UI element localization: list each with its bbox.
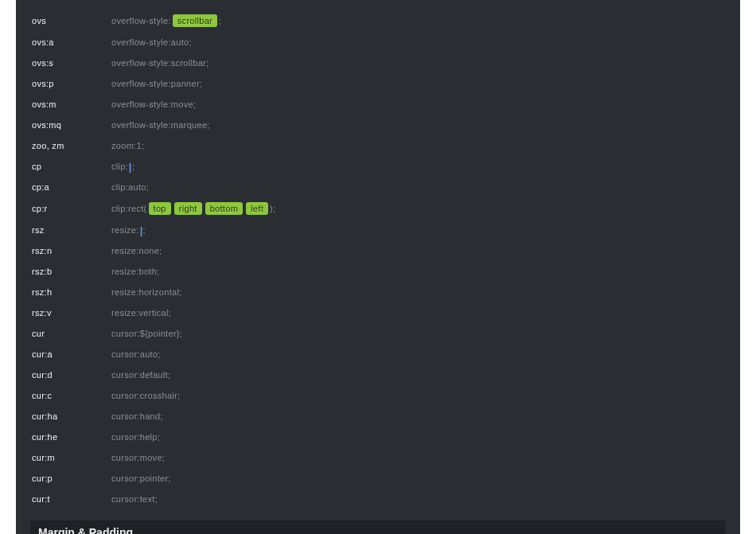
expansion-text: resize:vertical; <box>111 307 171 318</box>
placeholder-chip: left <box>246 202 268 215</box>
snippet-abbr: cur <box>32 328 111 339</box>
snippet-expansion: cursor:move; <box>111 452 165 463</box>
snippet-row: rsz:hresize:horizontal; <box>32 282 724 302</box>
cheatsheet-panel: ovsoverflow-style:scrollbar;ovs:aoverflo… <box>16 0 740 534</box>
expansion-text: cursor:auto; <box>111 349 161 360</box>
expansion-text: cursor:pointer; <box>111 473 171 484</box>
expansion-text: overflow-style:scrollbar; <box>111 57 208 68</box>
snippet-expansion: resize:vertical; <box>111 307 171 318</box>
snippet-row: ovsoverflow-style:scrollbar; <box>32 10 724 32</box>
expansion-text: resize: <box>111 224 139 236</box>
snippet-abbr: cp:r <box>32 203 111 214</box>
placeholder-chip: right <box>174 202 202 215</box>
snippet-abbr: ovs:a <box>32 37 111 48</box>
snippet-row: cur:pcursor:pointer; <box>32 468 724 489</box>
expansion-text: ; <box>143 224 146 236</box>
expansion-text: ); <box>270 203 275 214</box>
snippet-abbr: ovs <box>32 15 111 26</box>
snippet-expansion: cursor:auto; <box>111 349 161 360</box>
snippet-expansion: overflow-style:move; <box>111 99 196 110</box>
snippet-abbr: rsz:h <box>32 286 111 298</box>
snippet-abbr: rsz:v <box>32 307 111 318</box>
snippet-expansion: resize:both; <box>111 266 159 277</box>
snippet-row: cur:ccursor:crosshair; <box>32 385 724 406</box>
snippet-expansion: overflow-style:marquee; <box>111 119 210 131</box>
snippet-expansion: resize:none; <box>111 245 162 256</box>
snippet-row: ovs:mqoverflow-style:marquee; <box>32 115 724 135</box>
expansion-text: ; <box>219 15 221 26</box>
expansion-text: ; <box>132 161 134 172</box>
expansion-text: cursor:hand; <box>111 411 163 422</box>
snippet-list: ovsoverflow-style:scrollbar;ovs:aoverflo… <box>32 10 724 509</box>
snippet-row: cpclip:; <box>32 156 724 177</box>
expansion-text: clip:rect( <box>111 203 147 214</box>
snippet-expansion: overflow-style:scrollbar; <box>111 14 221 27</box>
snippet-row: cp:rclip:rect(toprightbottomleft); <box>32 197 724 220</box>
snippet-abbr: zoo, zm <box>32 140 111 151</box>
snippet-abbr: ovs:m <box>32 99 111 110</box>
snippet-expansion: overflow-style:panner; <box>111 78 202 89</box>
expansion-text: cursor:${pointer}; <box>111 328 182 339</box>
expansion-text: overflow-style: <box>111 15 171 26</box>
expansion-text: overflow-style:panner; <box>111 78 202 89</box>
snippet-expansion: clip:; <box>111 161 134 172</box>
snippet-abbr: rsz <box>32 224 111 236</box>
snippet-abbr: ovs:p <box>32 78 111 89</box>
snippet-expansion: resize:horizontal; <box>111 286 182 298</box>
snippet-row: curcursor:${pointer}; <box>32 323 724 344</box>
expansion-text: overflow-style:auto; <box>111 37 192 48</box>
snippet-abbr: cur:ha <box>32 411 111 422</box>
snippet-expansion: cursor:pointer; <box>111 473 171 484</box>
snippet-expansion: cursor:help; <box>111 431 160 442</box>
placeholder-chip: scrollbar <box>173 14 217 27</box>
expansion-text: resize:horizontal; <box>111 286 182 298</box>
snippet-row: cur:acursor:auto; <box>32 344 724 364</box>
snippet-abbr: cur:a <box>32 349 111 360</box>
expansion-text: cursor:move; <box>111 452 165 463</box>
snippet-expansion: cursor:text; <box>111 493 158 505</box>
snippet-row: ovs:moverflow-style:move; <box>32 94 724 115</box>
expansion-text: cursor:text; <box>111 493 158 505</box>
snippet-abbr: ovs:mq <box>32 119 111 131</box>
snippet-row: rszresize:; <box>32 220 724 240</box>
snippet-row: rsz:nresize:none; <box>32 240 724 261</box>
expansion-text: overflow-style:marquee; <box>111 119 210 131</box>
expansion-text: resize:none; <box>111 245 162 256</box>
expansion-text: overflow-style:move; <box>111 99 196 110</box>
section-header-margin-padding: Margin & Padding <box>30 520 726 534</box>
expansion-text: cursor:default; <box>111 369 170 380</box>
snippet-row: zoo, zmzoom:1; <box>32 135 724 156</box>
snippet-row: ovs:aoverflow-style:auto; <box>32 32 724 53</box>
snippet-abbr: ovs:s <box>32 57 111 68</box>
snippet-expansion: cursor:${pointer}; <box>111 328 182 339</box>
snippet-row: ovs:soverflow-style:scrollbar; <box>32 53 724 73</box>
snippet-abbr: cur:t <box>32 493 111 505</box>
snippet-abbr: cur:d <box>32 369 111 380</box>
expansion-text: resize:both; <box>111 266 159 277</box>
expansion-text: cursor:crosshair; <box>111 390 180 401</box>
snippet-expansion: cursor:hand; <box>111 411 163 422</box>
snippet-abbr: cur:c <box>32 390 111 401</box>
caret-icon <box>130 163 131 173</box>
caret-icon <box>141 227 142 236</box>
snippet-row: cur:tcursor:text; <box>32 489 724 509</box>
snippet-expansion: resize:; <box>111 224 146 236</box>
section-title: Margin & Padding <box>38 526 133 534</box>
expansion-text: clip: <box>111 161 128 172</box>
expansion-text: zoom:1; <box>111 140 144 151</box>
snippet-expansion: cursor:default; <box>111 369 170 380</box>
snippet-abbr: cp <box>32 161 111 172</box>
snippet-abbr: cur:m <box>32 452 111 463</box>
snippet-abbr: cp:a <box>32 181 111 193</box>
snippet-expansion: overflow-style:auto; <box>111 37 192 48</box>
snippet-expansion: clip:auto; <box>111 181 149 193</box>
snippet-expansion: overflow-style:scrollbar; <box>111 57 208 68</box>
snippet-row: cp:aclip:auto; <box>32 177 724 197</box>
placeholder-chip: top <box>149 202 171 215</box>
snippet-expansion: clip:rect(toprightbottomleft); <box>111 202 275 215</box>
snippet-row: cur:mcursor:move; <box>32 447 724 468</box>
snippet-row: rsz:vresize:vertical; <box>32 302 724 323</box>
snippet-expansion: zoom:1; <box>111 140 144 151</box>
snippet-row: cur:dcursor:default; <box>32 364 724 385</box>
snippet-abbr: rsz:b <box>32 266 111 277</box>
